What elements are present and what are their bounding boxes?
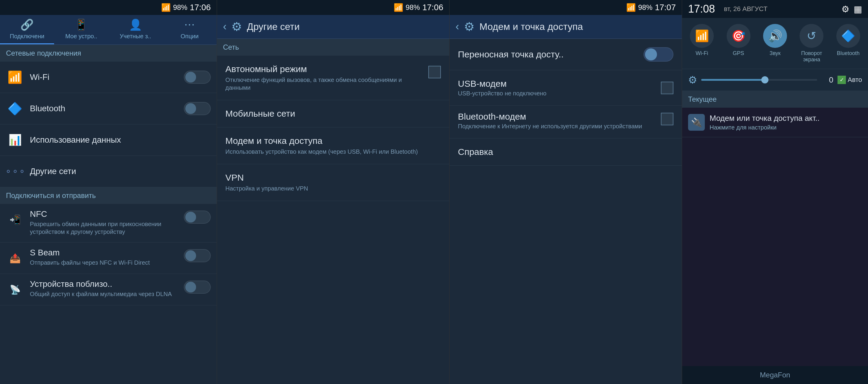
back-button-2[interactable]: ‹: [223, 20, 226, 33]
qt-sound[interactable]: 🔊 Звук: [758, 24, 792, 63]
qt-gps[interactable]: 🎯 GPS: [721, 24, 755, 63]
current-section-header: Текущее: [682, 91, 868, 108]
bluetooth-modem-checkbox[interactable]: [661, 113, 674, 125]
nearby-toggle[interactable]: [184, 280, 211, 294]
time-3: 17:07: [655, 3, 676, 12]
qt-gps-icon: 🎯: [732, 29, 745, 42]
bluetooth-modem-subtitle: Подключение к Интернету не используется …: [458, 123, 661, 130]
usb-modem-text: USB-модем USB-устройство не подключено: [458, 79, 661, 97]
notification-hotspot[interactable]: 🔌 Модем или точка доступа акт.. Нажмите …: [682, 108, 868, 137]
data-usage-text: Использование данных: [30, 135, 211, 145]
wifi-toggle[interactable]: [184, 70, 211, 84]
tab-options[interactable]: ⋯ Опции: [163, 15, 217, 44]
other-networks-header: ‹ ⚙ Другие сети: [217, 15, 449, 39]
signal-icon-2: 📶: [394, 3, 403, 12]
data-usage-title: Использование данных: [30, 135, 211, 145]
tab-connections[interactable]: 🔗 Подключени: [0, 15, 54, 44]
nfc-item[interactable]: 📲 NFC Разрешить обмен данными при прикос…: [0, 204, 217, 242]
back-button-3[interactable]: ‹: [456, 20, 459, 33]
wifi-icon-container: 📶: [6, 68, 24, 86]
wifi-icon: 📶: [7, 70, 23, 84]
qt-bluetooth[interactable]: 🔷 Bluetooth: [832, 24, 865, 63]
status-bar-2: 📶 98% 17:06: [217, 0, 449, 15]
connect-send-header: Подключиться и отправить: [0, 187, 217, 204]
sbeam-item[interactable]: 📤 S Beam Отправить файлы через NFC и Wi-…: [0, 242, 217, 274]
data-usage-item[interactable]: 📊 Использование данных: [0, 124, 217, 156]
p4-date: вт, 26 АВГУСТ: [724, 5, 767, 13]
qt-wifi[interactable]: 📶 Wi-Fi: [685, 24, 718, 63]
autonomous-mode-checkbox[interactable]: [428, 66, 441, 78]
nearby-item[interactable]: 📡 Устройства поблизо.. Общий доступ к фа…: [0, 274, 217, 305]
nfc-title: NFC: [30, 209, 184, 219]
data-usage-icon-container: 📊: [6, 131, 24, 149]
grid-icon-p4[interactable]: ▦: [854, 4, 862, 14]
notification-icon: 🔌: [688, 114, 705, 131]
tab-connections-label: Подключени: [10, 33, 44, 40]
bluetooth-modem-item[interactable]: Bluetooth-модем Подключение к Интернету …: [450, 106, 682, 139]
signal-icon-1: 📶: [161, 3, 171, 12]
nfc-toggle-knob: [185, 212, 196, 223]
nfc-toggle[interactable]: [184, 210, 211, 224]
portable-hotspot-toggle[interactable]: [644, 47, 674, 62]
nearby-icon-container: 📡: [6, 280, 24, 298]
usb-modem-checkbox[interactable]: [661, 82, 674, 94]
tab-options-icon: ⋯: [184, 19, 195, 31]
sbeam-toggle-knob: [185, 250, 196, 261]
nearby-icon: 📡: [9, 285, 21, 295]
qt-rotate[interactable]: ↺ Поворот экрана: [795, 24, 828, 63]
tab-mydevice-label: Мое устро..: [65, 33, 97, 40]
tab-accounts[interactable]: 👤 Учетные з..: [108, 15, 163, 44]
bluetooth-icon-container: 🔷: [6, 99, 24, 118]
battery-2: 98%: [406, 3, 420, 12]
quick-toggles-row: 📶 Wi-Fi 🎯 GPS 🔊 Звук ↺ Поворот экрана 🔷: [682, 18, 868, 69]
brightness-thumb: [761, 76, 769, 83]
panel-network-settings: 📶 98% 17:06 🔗 Подключени 📱 Мое устро.. 👤…: [0, 0, 217, 384]
other-networks-item[interactable]: ⚬⚬⚬ Другие сети: [0, 156, 217, 187]
brightness-slider[interactable]: [701, 79, 817, 81]
help-item[interactable]: Справка: [450, 139, 682, 166]
modem-hotspot-item[interactable]: Модем и точка доступа Использовать устро…: [217, 127, 449, 164]
sbeam-icon-container: 📤: [6, 249, 24, 267]
tab-my-device[interactable]: 📱 Мое устро..: [54, 15, 108, 44]
settings-icon-p4[interactable]: ⚙: [841, 4, 849, 14]
qt-wifi-icon-circle: 📶: [690, 24, 714, 48]
qt-bluetooth-icon-circle: 🔷: [836, 24, 860, 48]
data-usage-icon: 📊: [8, 134, 22, 146]
vpn-title: VPN: [225, 173, 441, 183]
status-bar-4: 17:08 вт, 26 АВГУСТ ⚙ ▦: [682, 0, 868, 18]
tab-accounts-label: Учетные з..: [120, 33, 151, 40]
p4-status-left: 17:08 вт, 26 АВГУСТ: [688, 3, 768, 15]
tab-mydevice-icon: 📱: [74, 19, 88, 31]
usb-modem-item[interactable]: USB-модем USB-устройство не подключено: [450, 70, 682, 106]
brightness-settings-icon[interactable]: ⚙: [688, 74, 697, 86]
signal-icon-3: 📶: [626, 3, 636, 12]
battery-3: 98%: [638, 3, 652, 12]
auto-check-mark: ✓: [838, 76, 846, 84]
modem-hotspot-header: ‹ ⚙ Модем и точка доступа: [450, 15, 682, 39]
autonomous-mode-item[interactable]: Автономный режим Отключение функций вызо…: [217, 56, 449, 100]
nearby-toggle-knob: [185, 282, 196, 293]
other-networks-title: Другие сети: [247, 21, 300, 32]
nfc-text: NFC Разрешить обмен данными при прикосно…: [30, 209, 184, 236]
qt-gps-label: GPS: [733, 50, 744, 57]
portable-hotspot-item[interactable]: Переносная точка досту..: [450, 39, 682, 70]
bluetooth-text: Bluetooth: [30, 104, 184, 113]
wifi-title: Wi-Fi: [30, 72, 184, 82]
time-1: 17:06: [190, 3, 211, 12]
bluetooth-toggle[interactable]: [184, 102, 211, 115]
p4-time: 17:08: [688, 3, 715, 15]
bluetooth-modem-title: Bluetooth-модем: [458, 112, 661, 122]
vpn-item[interactable]: VPN Настройка и управление VPN: [217, 164, 449, 201]
wifi-item[interactable]: 📶 Wi-Fi: [0, 62, 217, 93]
auto-brightness-checkbox[interactable]: ✓ Авто: [838, 76, 862, 84]
portable-hotspot-toggle-knob: [645, 49, 657, 60]
notification-text: Модем или точка доступа акт.. Нажмите дл…: [710, 114, 862, 131]
tab-bar-1: 🔗 Подключени 📱 Мое устро.. 👤 Учетные з..…: [0, 15, 217, 45]
usb-icon: 🔌: [691, 117, 702, 128]
mobile-networks-item[interactable]: Мобильные сети: [217, 100, 449, 127]
bluetooth-item[interactable]: 🔷 Bluetooth: [0, 93, 217, 124]
sbeam-toggle[interactable]: [184, 249, 211, 262]
autonomous-mode-title: Автономный режим: [225, 64, 424, 74]
autonomous-mode-subtitle: Отключение функций вызовов, а также обме…: [225, 76, 424, 91]
gear-icon-2: ⚙: [231, 20, 242, 33]
